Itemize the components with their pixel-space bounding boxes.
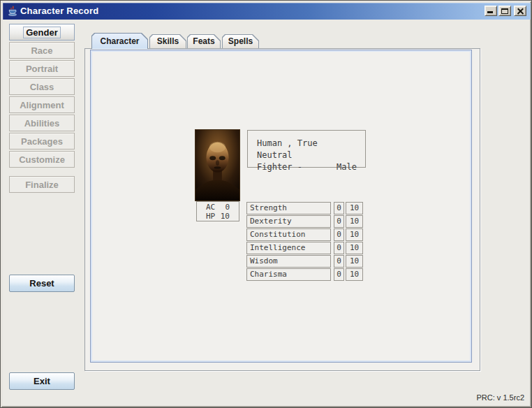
maximize-button[interactable] (498, 6, 511, 16)
exit-button[interactable]: Exit (9, 372, 75, 390)
ability-name-dexterity: Dexterity (246, 215, 331, 228)
ability-score-charisma: 10 (346, 268, 363, 281)
ability-mod-dexterity: 0 (334, 215, 344, 228)
hp-value: 10 (219, 212, 230, 221)
ac-row: AC 0 (206, 203, 239, 212)
ac-label: AC (206, 203, 219, 212)
tab-character[interactable]: Character (91, 33, 148, 49)
ability-mod-wisdom: 0 (334, 255, 344, 268)
ability-mod-intelligence: 0 (334, 242, 344, 254)
summary-race-alignment: Human , True Neutral (257, 138, 357, 161)
ability-name-strength: Strength (246, 202, 331, 214)
sidebar-item-alignment[interactable]: Alignment (9, 96, 75, 113)
sidebar-item-portrait[interactable]: Portrait (9, 60, 75, 77)
ability-score-constitution: 10 (346, 228, 363, 241)
ability-mod-strength: 0 (334, 202, 344, 214)
minimize-icon (487, 11, 493, 13)
window-title: Character Record (20, 6, 98, 16)
close-icon (516, 7, 524, 15)
button-label: Portrait (26, 64, 58, 74)
sidebar-item-packages[interactable]: Packages (9, 133, 75, 150)
ac-value: 0 (219, 203, 230, 212)
tab-label: Skills (157, 36, 179, 46)
tab-label: Character (100, 36, 139, 46)
tab-feats[interactable]: Feats (187, 34, 221, 48)
button-label: Packages (21, 136, 63, 147)
sidebar-item-abilities[interactable]: Abilities (9, 115, 75, 131)
close-button[interactable] (514, 6, 526, 16)
minimize-button[interactable] (485, 6, 497, 16)
window-controls (483, 6, 526, 16)
portrait-image (195, 129, 240, 201)
button-label: Reset (29, 278, 54, 289)
ability-score-strength: 10 (346, 202, 363, 214)
button-label: Class (30, 82, 54, 92)
tab-label: Spells (228, 36, 253, 46)
tab-label: Feats (193, 36, 214, 46)
sidebar-item-gender[interactable]: Gender (9, 24, 75, 41)
sidebar-item-customize[interactable]: Customize (9, 151, 75, 168)
hp-label: HP (206, 212, 219, 221)
ability-score-dexterity: 10 (346, 215, 363, 228)
button-label: Alignment (20, 100, 64, 110)
finalize-button[interactable]: Finalize (9, 176, 75, 193)
tab-skills[interactable]: Skills (149, 34, 186, 48)
ability-mod-charisma: 0 (334, 268, 344, 281)
summary-gender: Male (337, 161, 357, 173)
button-label: Exit (34, 376, 50, 386)
maximize-icon (501, 8, 508, 14)
summary-class: Fighter - (257, 161, 302, 173)
button-label: Gender (24, 27, 60, 38)
sidebar-item-race[interactable]: Race (9, 42, 75, 59)
button-label: Abilities (24, 118, 60, 129)
button-label: Finalize (25, 180, 59, 190)
sidebar-item-class[interactable]: Class (9, 78, 75, 95)
ability-score-wisdom: 10 (346, 255, 363, 268)
titlebar[interactable]: Character Record (3, 3, 531, 20)
character-record-window: Character Record Gender Race Portrait Cl… (0, 0, 532, 408)
tab-spells[interactable]: Spells (222, 34, 259, 48)
button-label: Customize (19, 154, 65, 165)
hp-row: HP 10 (206, 212, 239, 221)
character-summary-box: Human , True Neutral Fighter - Male (247, 130, 366, 168)
ability-name-constitution: Constitution (246, 228, 331, 241)
summary-class-gender: Fighter - Male (257, 161, 357, 173)
vitals-box: AC 0 HP 10 (196, 201, 239, 221)
reset-button[interactable]: Reset (9, 275, 75, 292)
java-cup-icon (7, 6, 18, 17)
ability-score-intelligence: 10 (346, 242, 363, 254)
ability-mod-constitution: 0 (334, 228, 344, 241)
version-label: PRC: v 1.5rc2 (477, 393, 524, 402)
ability-name-wisdom: Wisdom (246, 255, 331, 268)
ability-name-charisma: Charisma (246, 268, 331, 281)
ability-name-intelligence: Intelligence (246, 242, 331, 254)
button-label: Race (31, 45, 52, 56)
